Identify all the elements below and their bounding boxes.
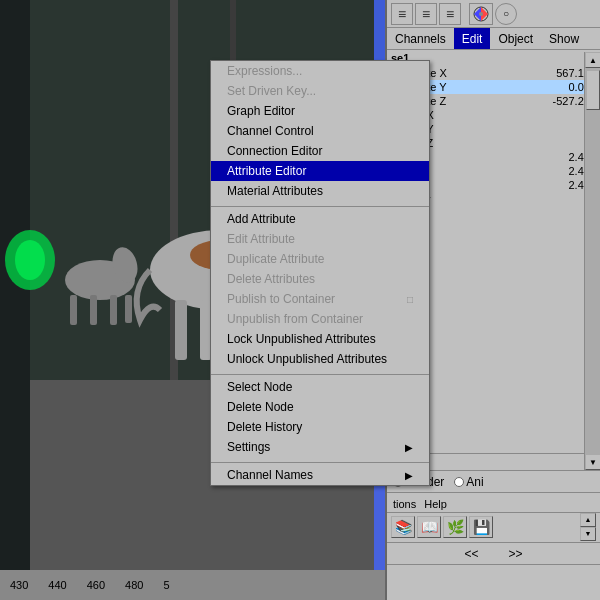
ctx-unpublish-container[interactable]: Unpublish from Container	[211, 309, 429, 329]
ctx-edit-attribute[interactable]: Edit Attribute	[211, 229, 429, 249]
ruler-mark: 460	[87, 579, 105, 591]
nav-arrows: << >>	[387, 542, 600, 564]
ctx-separator-3	[211, 457, 429, 463]
bottom-toolbar: 📚 📖 🌿 💾 ▲ ▼	[387, 512, 600, 540]
ctx-delete-history[interactable]: Delete History	[211, 417, 429, 437]
ctx-settings[interactable]: Settings ▶	[211, 437, 429, 457]
nav-next[interactable]: >>	[509, 547, 523, 561]
svg-rect-11	[175, 300, 187, 360]
right-scrollbar-bottom: ▲ ▼	[580, 513, 596, 541]
top-toolbar: ≡ ≡ ≡ ○	[387, 0, 600, 28]
toolbar-btn-circle[interactable]: ○	[495, 3, 517, 25]
ctx-lock-unpublished[interactable]: Lock Unpublished Attributes	[211, 329, 429, 349]
scroll-thumb[interactable]	[586, 70, 600, 110]
settings-arrow-icon: ▶	[405, 442, 413, 453]
ctx-delete-attributes[interactable]: Delete Attributes	[211, 269, 429, 289]
bottom-spacer	[387, 564, 600, 600]
options-label[interactable]: tions	[393, 498, 416, 510]
channel-names-arrow-icon: ▶	[405, 470, 413, 481]
ctx-delete-node[interactable]: Delete Node	[211, 397, 429, 417]
options-help-bar: tions Help	[387, 492, 600, 514]
context-menu: Expressions... Set Driven Key... Graph E…	[210, 60, 430, 486]
ctx-set-driven-key[interactable]: Set Driven Key...	[211, 81, 429, 101]
ctx-duplicate-attribute[interactable]: Duplicate Attribute	[211, 249, 429, 269]
menu-channels[interactable]: Channels	[387, 28, 454, 49]
ani-label: Ani	[466, 475, 483, 489]
channels-menu-bar: Channels Edit Object Show	[387, 28, 600, 50]
scroll-up-btn[interactable]: ▲	[585, 52, 600, 68]
svg-point-6	[15, 240, 45, 280]
ctx-publish-container[interactable]: Publish to Container □	[211, 289, 429, 309]
ctx-unlock-unpublished[interactable]: Unlock Unpublished Attributes	[211, 349, 429, 369]
ruler-mark: 440	[48, 579, 66, 591]
ctx-attribute-editor[interactable]: Attribute Editor	[211, 161, 429, 181]
ctx-separator-2	[211, 369, 429, 375]
tool-icon-3[interactable]: 🌿	[443, 516, 467, 538]
ctx-select-node[interactable]: Select Node	[211, 377, 429, 397]
nav-prev[interactable]: <<	[464, 547, 478, 561]
tool-icon-2[interactable]: 📖	[417, 516, 441, 538]
ctx-material-attributes[interactable]: Material Attributes	[211, 181, 429, 201]
scroll-right-up[interactable]: ▲	[580, 513, 596, 527]
menu-show[interactable]: Show	[541, 28, 587, 49]
svg-point-23	[479, 12, 483, 16]
ruler-mark: 5	[163, 579, 169, 591]
scroll-right-down[interactable]: ▼	[580, 527, 596, 541]
ctx-separator-1	[211, 201, 429, 207]
ctx-connection-editor[interactable]: Connection Editor	[211, 141, 429, 161]
tool-icon-1[interactable]: 📚	[391, 516, 415, 538]
help-label[interactable]: Help	[424, 498, 447, 510]
svg-rect-18	[90, 295, 97, 325]
vertical-scrollbar: ▲ ▼	[584, 52, 600, 470]
scroll-track	[585, 68, 600, 454]
ani-radio-btn[interactable]	[454, 477, 464, 487]
svg-rect-20	[125, 295, 132, 323]
scroll-down-btn[interactable]: ▼	[585, 454, 600, 470]
ctx-channel-control[interactable]: Channel Control	[211, 121, 429, 141]
ani-radio[interactable]: Ani	[454, 475, 483, 489]
svg-rect-19	[110, 295, 117, 325]
color-icon	[473, 6, 489, 22]
ctx-channel-names[interactable]: Channel Names ▶	[211, 465, 429, 485]
menu-edit[interactable]: Edit	[454, 28, 491, 49]
svg-rect-17	[70, 295, 77, 325]
ruler-mark: 430	[10, 579, 28, 591]
toolbar-btn-color[interactable]	[469, 3, 493, 25]
tool-icon-4[interactable]: 💾	[469, 516, 493, 538]
ctx-add-attribute[interactable]: Add Attribute	[211, 209, 429, 229]
toolbar-btn-1[interactable]: ≡	[391, 3, 413, 25]
timeline-ruler: 430 440 460 480 5	[0, 570, 385, 600]
menu-object[interactable]: Object	[490, 28, 541, 49]
publish-icon: □	[407, 294, 413, 305]
ctx-expressions[interactable]: Expressions...	[211, 61, 429, 81]
ruler-mark: 480	[125, 579, 143, 591]
toolbar-btn-2[interactable]: ≡	[415, 3, 437, 25]
toolbar-btn-3[interactable]: ≡	[439, 3, 461, 25]
ctx-graph-editor[interactable]: Graph Editor	[211, 101, 429, 121]
